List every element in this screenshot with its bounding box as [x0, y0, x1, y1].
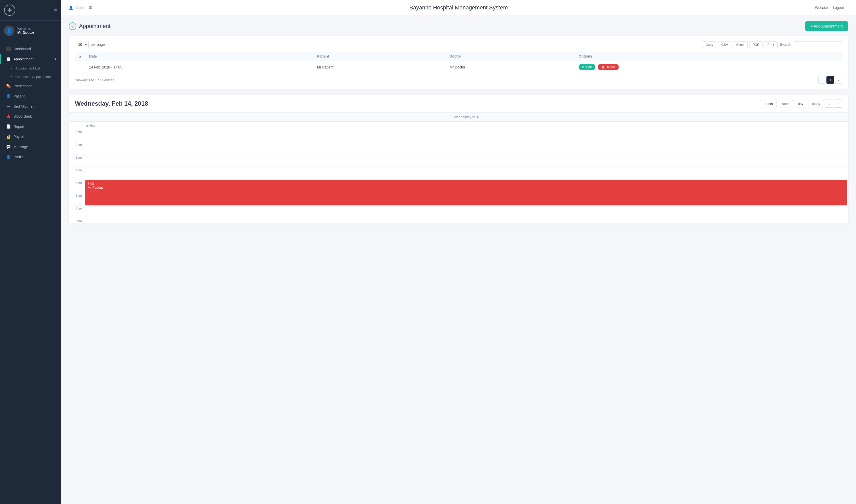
page-content: ⊕ Appointment + Add Appointment 10 25 50…: [61, 15, 856, 504]
calendar-header: Wednesday, Feb 14, 2018 month week day t…: [69, 95, 849, 112]
row-patient: Mr Patient: [314, 61, 446, 73]
sidebar-item-dashboard[interactable]: ⬛ Dashboard: [0, 44, 61, 54]
delete-button[interactable]: 🗑 Delete: [598, 64, 618, 70]
calendar-card: Wednesday, Feb 14, 2018 month week day t…: [69, 95, 849, 223]
search-label: Search:: [780, 42, 792, 47]
print-button[interactable]: Print: [764, 41, 778, 48]
cal-view-week[interactable]: week: [778, 100, 793, 107]
pdf-button[interactable]: PDF: [749, 41, 763, 48]
calendar-date-title: Wednesday, Feb 14, 2018: [75, 100, 148, 107]
time-3pm: 3pm: [69, 155, 84, 167]
sidebar: ✚ ≡ 👤 Welcome, Mr Doctor ⬛ Dashboard 📋 A…: [0, 0, 61, 504]
add-appointment-button[interactable]: + Add Appointment: [805, 21, 849, 31]
website-link[interactable]: Website: [815, 5, 828, 10]
appointments-table-card: 10 25 50 per page Copy CSV Excel PDF Pri…: [69, 36, 849, 89]
page-prev[interactable]: ‹: [818, 76, 826, 84]
payroll-icon: 💰: [6, 134, 11, 139]
cal-view-month[interactable]: month: [760, 100, 777, 107]
table-row: 14 Feb, 2018 - 17:05 Mr Patient Mr Docto…: [75, 61, 842, 73]
sidebar-item-label: Dashboard: [14, 47, 31, 51]
cal-next-arrow[interactable]: ›: [834, 100, 842, 108]
time-5pm: 5pm: [69, 180, 84, 193]
time-4pm: 4pm: [69, 167, 84, 180]
csv-button[interactable]: CSV: [718, 41, 731, 48]
event-slot-3pm: [84, 155, 849, 167]
search-input[interactable]: [794, 41, 842, 48]
sidebar-item-patient[interactable]: 👤 Patient: [0, 91, 61, 101]
calendar-event[interactable]: 5:00 Mr Patient: [85, 180, 848, 205]
row-options: ✏ Edit 🗑 Delete: [575, 61, 842, 73]
mail-icon[interactable]: ✉: [89, 5, 92, 11]
chevron-down-icon: ▾: [54, 57, 56, 61]
sidebar-username: Mr Doctor: [17, 31, 34, 35]
sidebar-user: 👤 Welcome, Mr Doctor: [0, 21, 61, 41]
event-slot-2pm: [84, 142, 849, 155]
table-body: 14 Feb, 2018 - 17:05 Mr Patient Mr Docto…: [75, 61, 842, 73]
event-patient: Mr Patient: [88, 185, 845, 190]
top-bar-right: Website Logout →: [815, 5, 849, 10]
copy-button[interactable]: Copy: [702, 41, 716, 48]
main-content: 👤 doctor ✉ Bayanno Hospital Management S…: [61, 0, 856, 504]
sidebar-item-blood-bank[interactable]: 🩸 Blood Bank: [0, 111, 61, 122]
prescription-icon: 💊: [6, 84, 11, 88]
event-slot-4pm: [84, 167, 849, 180]
avatar: 👤: [4, 26, 14, 36]
row-date: 14 Feb, 2018 - 17:05: [86, 61, 314, 73]
sidebar-header: ✚ ≡: [0, 0, 61, 21]
blood-icon: 🩸: [6, 114, 11, 119]
time-1pm: 1pm: [69, 129, 84, 142]
sidebar-item-bed-allotment[interactable]: 🛏 Bed Allotment: [0, 101, 61, 111]
event-slot-6pm: [84, 206, 849, 218]
showing-label: Showing 1 to 1 of 1 entries: [75, 78, 114, 82]
row-sort: [75, 61, 86, 73]
row-doctor: Mr Doctor: [446, 61, 575, 73]
menu-toggle-icon[interactable]: ≡: [54, 7, 57, 13]
event-time: 5:00: [88, 182, 845, 185]
logout-link[interactable]: Logout →: [833, 5, 849, 10]
sidebar-item-label: Blood Bank: [14, 114, 32, 119]
report-icon: 📄: [6, 124, 11, 129]
export-group: Copy CSV Excel PDF Print: [702, 41, 778, 48]
per-page-select[interactable]: 10 25 50: [75, 41, 89, 48]
table-footer: Showing 1 to 1 of 1 entries ‹ 1 ›: [75, 76, 842, 84]
top-bar-username: doctor: [75, 5, 85, 10]
page-1[interactable]: 1: [826, 76, 834, 84]
col-sort-icon[interactable]: ▲: [75, 52, 86, 61]
logout-icon: →: [845, 5, 849, 10]
event-slot-1pm: [84, 129, 849, 142]
cal-view-day[interactable]: day: [794, 100, 807, 107]
sidebar-item-label: Profile: [14, 155, 24, 159]
time-8pm: 8pm: [69, 218, 84, 223]
dashboard-icon: ⬛: [6, 47, 11, 51]
events-column: all-day 5:00 Mr Patient: [84, 122, 849, 223]
sidebar-item-label: Report: [14, 125, 24, 128]
table-controls-top: 10 25 50 per page Copy CSV Excel PDF Pri…: [75, 41, 842, 48]
sidebar-item-report[interactable]: 📄 Report: [0, 122, 61, 131]
edit-button[interactable]: ✏ Edit: [579, 64, 595, 70]
col-options: Options: [575, 52, 842, 61]
event-slot-7pm: [84, 218, 849, 223]
page-next[interactable]: ›: [835, 76, 842, 84]
sidebar-item-profile[interactable]: 👤 Profile: [0, 152, 61, 162]
allday-time: [69, 122, 84, 129]
appointment-icon: 📋: [6, 57, 11, 61]
cal-prev-arrow[interactable]: ‹: [825, 100, 833, 108]
time-column: 1pm 2pm 3pm 4pm 5pm 6pm 7pm 8pm 9pm 10pm: [69, 122, 84, 223]
cal-view-today[interactable]: today: [808, 100, 824, 107]
page-title-row: ⊕ Appointment + Add Appointment: [69, 21, 849, 31]
sidebar-item-label: Payroll: [14, 134, 24, 139]
sidebar-item-prescription[interactable]: 💊 Prescription: [0, 81, 61, 91]
per-page-label: per page: [91, 42, 105, 47]
appointment-title-icon: ⊕: [69, 22, 76, 30]
sidebar-item-appointment[interactable]: 📋 Appointment ▾: [0, 54, 61, 64]
page-title: ⊕ Appointment: [69, 22, 110, 30]
user-icon: 👤: [69, 5, 73, 10]
sidebar-item-appointment-list[interactable]: Appointment List: [0, 64, 61, 73]
bed-icon: 🛏: [6, 104, 11, 108]
excel-button[interactable]: Excel: [733, 41, 748, 48]
appointment-submenu: Appointment List Requested Appointments: [0, 64, 61, 81]
sidebar-item-requested-appointments[interactable]: Requested Appointments: [0, 73, 61, 81]
sidebar-nav: ⬛ Dashboard 📋 Appointment ▾ Appointment …: [0, 41, 61, 504]
sidebar-item-payroll[interactable]: 💰 Payroll: [0, 131, 61, 142]
sidebar-item-message[interactable]: 💬 Message: [0, 142, 61, 152]
